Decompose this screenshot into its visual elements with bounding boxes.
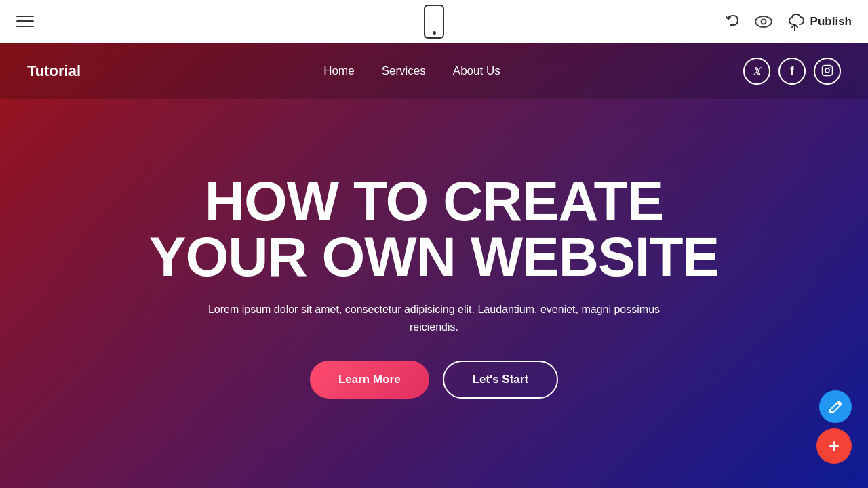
site-logo: Tutorial [27, 62, 81, 80]
hero-title: HOW TO CREATE YOUR OWN WEBSITE [149, 174, 719, 285]
toolbar-center [424, 5, 444, 39]
lets-start-button[interactable]: Let's Start [443, 361, 558, 399]
publish-label: Publish [810, 15, 852, 28]
hero-subtitle: Lorem ipsum dolor sit amet, consectetur … [197, 301, 671, 336]
edit-fab-button[interactable] [819, 390, 852, 423]
instagram-button[interactable] [814, 58, 841, 85]
preview-button[interactable] [755, 15, 772, 28]
hamburger-icon [16, 16, 34, 28]
mobile-icon [424, 5, 444, 39]
facebook-button[interactable]: f [778, 58, 806, 85]
learn-more-button[interactable]: Learn More [310, 361, 429, 399]
site-nav-socials: 𝕏 f [743, 58, 841, 85]
hero-section: HOW TO CREATE YOUR OWN WEBSITE Lorem ips… [0, 43, 868, 488]
undo-icon [724, 12, 743, 31]
svg-point-0 [755, 16, 772, 27]
hero-title-line2: YOUR OWN WEBSITE [149, 226, 719, 287]
hero-title-line1: HOW TO CREATE [205, 170, 663, 232]
facebook-icon: f [790, 65, 793, 77]
twitter-button[interactable]: 𝕏 [743, 58, 770, 85]
svg-point-4 [825, 68, 829, 73]
publish-button[interactable]: Publish [785, 13, 852, 30]
pencil-icon [828, 399, 843, 414]
svg-point-1 [761, 19, 766, 24]
cloud-upload-icon [785, 13, 805, 30]
plus-icon: + [829, 435, 840, 457]
toolbar: Publish [0, 0, 868, 43]
mobile-icon-dot [433, 31, 436, 35]
nav-link-services[interactable]: Services [382, 64, 426, 78]
toolbar-left [16, 16, 34, 28]
add-fab-button[interactable]: + [816, 428, 852, 464]
nav-link-home[interactable]: Home [323, 64, 354, 78]
instagram-icon [821, 64, 833, 79]
toolbar-right: Publish [724, 12, 852, 31]
hero-content: HOW TO CREATE YOUR OWN WEBSITE Lorem ips… [136, 133, 732, 398]
website-preview: Tutorial Home Services About Us 𝕏 f [0, 43, 868, 488]
eye-icon [755, 15, 772, 28]
site-nav-links: Home Services About Us [323, 64, 500, 78]
twitter-icon: 𝕏 [753, 66, 760, 77]
hero-buttons: Learn More Let's Start [149, 361, 719, 399]
site-nav: Tutorial Home Services About Us 𝕏 f [0, 43, 868, 99]
hamburger-menu-button[interactable] [16, 16, 34, 28]
svg-point-5 [829, 67, 831, 68]
undo-button[interactable] [724, 12, 743, 31]
svg-rect-3 [822, 65, 832, 75]
nav-link-about[interactable]: About Us [453, 64, 500, 78]
mobile-preview-button[interactable] [424, 5, 444, 39]
